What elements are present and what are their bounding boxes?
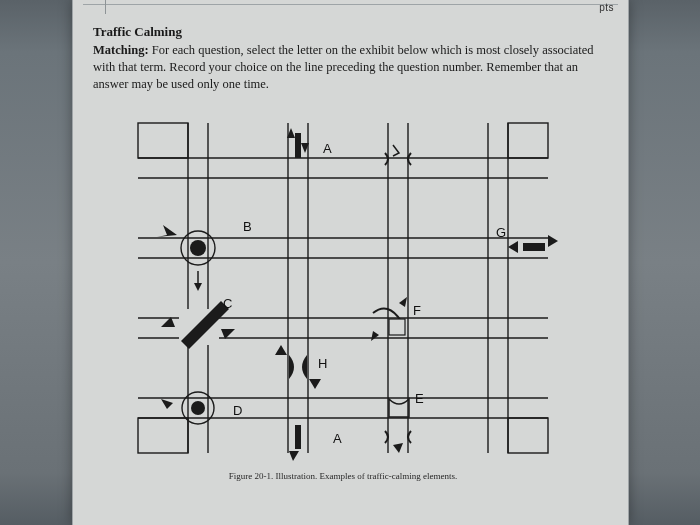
figure-caption: Figure 20-1. Illustration. Examples of t…: [93, 471, 593, 481]
instructions-body: For each question, select the letter on …: [93, 43, 594, 91]
instructions-lead: Matching:: [93, 43, 149, 57]
points-fragment: pts: [599, 2, 614, 13]
header-vertical-rule: [105, 0, 106, 14]
element-A-top: [287, 128, 411, 165]
element-H: [275, 345, 321, 389]
label-A-bottom: A: [333, 431, 342, 446]
figure-svg: A B G: [93, 103, 593, 483]
svg-rect-17: [508, 123, 548, 158]
svg-rect-18: [138, 418, 188, 453]
label-C: C: [223, 296, 232, 311]
svg-point-28: [191, 401, 205, 415]
svg-rect-20: [295, 133, 301, 158]
label-H: H: [318, 356, 327, 371]
svg-rect-26: [389, 319, 405, 335]
svg-rect-19: [508, 418, 548, 453]
svg-rect-16: [138, 123, 188, 158]
label-G: G: [496, 225, 506, 240]
svg-rect-29: [295, 425, 301, 449]
section-title: Traffic Calming: [93, 24, 613, 40]
element-A-bottom: [289, 425, 411, 461]
label-A-top: A: [323, 141, 332, 156]
label-E: E: [415, 391, 424, 406]
svg-rect-23: [523, 243, 545, 251]
instructions: Matching: For each question, select the …: [93, 42, 613, 93]
svg-point-22: [190, 240, 206, 256]
label-F: F: [413, 303, 421, 318]
header-rule: [83, 4, 618, 5]
element-F: [371, 297, 407, 341]
label-B: B: [243, 219, 252, 234]
figure: A B G: [93, 103, 593, 483]
element-E: [389, 399, 409, 417]
document-page: pts Traffic Calming Matching: For each q…: [72, 0, 629, 525]
label-D: D: [233, 403, 242, 418]
content-area: Traffic Calming Matching: For each quest…: [93, 24, 613, 483]
